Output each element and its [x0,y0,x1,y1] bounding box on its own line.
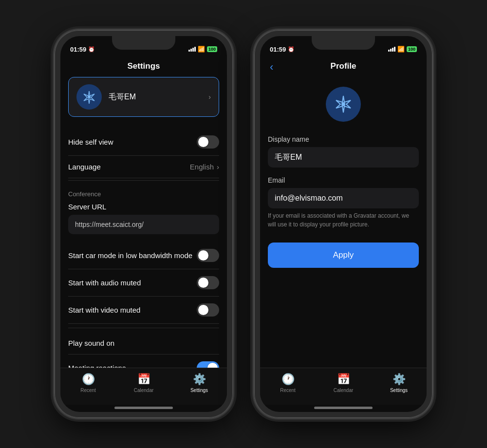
settings-content: 毛哥EM › Hide self view Language English › [60,77,227,368]
tab-calendar-left[interactable]: 📅 Calendar [116,373,171,393]
tab-recent-right[interactable]: 🕐 Recent [260,373,316,393]
profile-card[interactable]: 毛哥EM › [68,77,219,117]
calendar-icon-right: 📅 [337,373,350,386]
hide-self-view-toggle[interactable] [197,135,219,149]
left-phone: 01:59 ⏰ 📶 100 Settings [54,29,234,419]
play-sound-label: Play sound on [68,339,114,347]
profile-chevron: › [208,93,211,101]
divider-1 [68,180,219,181]
profile-content: Display name Email If your email is asso… [260,77,427,368]
language-value: English [190,163,214,171]
recent-icon-left: 🕐 [82,373,95,386]
svg-point-1 [88,95,91,98]
display-name-label: Display name [268,135,419,143]
tab-settings-label-right: Settings [390,388,408,393]
notch-right [312,36,375,50]
tab-calendar-label-left: Calendar [134,388,154,393]
right-phone: 01:59 ⏰ 📶 100 ‹ Profile [253,29,433,419]
home-indicator-left [114,407,173,409]
hide-self-view-row: Hide self view [68,129,219,156]
settings-page-title: Settings [127,61,160,71]
tab-calendar-right[interactable]: 📅 Calendar [316,373,371,393]
settings-icon-left: ⚙️ [193,373,206,386]
language-chevron: › [217,163,219,171]
server-url-input[interactable]: https://meet.scaict.org/ [68,215,219,234]
tab-recent-label-left: Recent [80,388,96,393]
conference-section-header: Conference [68,190,219,198]
settings-icon-right: ⚙️ [393,373,406,386]
tab-settings-label-left: Settings [190,388,208,393]
tab-calendar-label-right: Calendar [334,388,354,393]
settings-screen: 01:59 ⏰ 📶 100 Settings [60,36,227,412]
avatar-right [326,87,361,122]
alarm-icon: ⏰ [88,46,95,53]
car-mode-row: Start car mode in low bandwidth mode [68,242,219,269]
divider-2 [68,328,219,328]
back-button[interactable]: ‹ [270,61,273,74]
profile-page-title: Profile [331,61,356,71]
hide-self-view-label: Hide self view [68,138,113,146]
tab-recent-left[interactable]: 🕐 Recent [60,373,116,393]
audio-muted-label: Start with audio muted [68,279,141,287]
home-indicator-right [314,407,373,409]
email-label: Email [268,176,419,184]
status-time-left: 01:59 ⏰ [70,46,95,53]
tab-bar-left: 🕐 Recent 📅 Calendar ⚙️ Settings [60,368,227,405]
star-icon-right [331,92,356,116]
audio-muted-row: Start with audio muted [68,269,219,297]
email-input[interactable] [268,188,419,208]
wifi-icon-right: 📶 [397,46,405,53]
language-value-container: English › [190,163,219,171]
svg-point-3 [341,102,345,106]
status-icons-left: 📶 100 [188,46,217,53]
calendar-icon-left: 📅 [137,373,150,386]
video-muted-toggle[interactable] [197,303,219,317]
signal-icon [188,47,196,52]
display-name-input[interactable] [268,147,419,168]
tab-bar-right: 🕐 Recent 📅 Calendar ⚙️ Settings [260,368,427,405]
battery-badge-right: 100 [407,46,417,52]
play-sound-row: Play sound on [68,332,219,355]
alarm-icon-right: ⏰ [288,46,295,53]
car-mode-toggle[interactable] [197,249,219,262]
language-label: Language [68,163,101,171]
avatar-center [268,87,419,122]
apply-button[interactable]: Apply [268,243,419,268]
meeting-reactions-toggle[interactable] [197,361,219,368]
recent-icon-right: 🕐 [281,373,295,386]
profile-title-bar: ‹ Profile [260,57,427,77]
tab-settings-left[interactable]: ⚙️ Settings [171,373,227,393]
server-url-label: Server URL [68,203,219,211]
profile-screen: 01:59 ⏰ 📶 100 ‹ Profile [260,36,427,412]
tab-recent-label-right: Recent [280,388,296,393]
battery-badge-left: 100 [207,46,217,52]
meeting-reactions-label: Meeting reactions [68,364,126,368]
tab-settings-right[interactable]: ⚙️ Settings [371,373,427,393]
settings-title-bar: Settings [60,57,227,77]
notch-left [112,36,175,50]
status-time-right: 01:59 ⏰ [270,46,295,53]
meeting-reactions-row: Meeting reactions [68,355,219,368]
audio-muted-toggle[interactable] [197,276,219,289]
video-muted-label: Start with video muted [68,306,140,314]
star-icon-left [80,88,98,106]
gravatar-helper-text: If your email is associated with a Grava… [268,211,419,229]
language-row[interactable]: Language English › [68,156,219,178]
car-mode-label: Start car mode in low bandwidth mode [68,250,192,261]
video-muted-row: Start with video muted [68,297,219,324]
status-icons-right: 📶 100 [388,46,417,53]
signal-icon-right [388,47,395,52]
avatar-left [76,84,102,110]
profile-name-left: 毛哥EM [109,92,208,102]
wifi-icon: 📶 [198,46,205,53]
